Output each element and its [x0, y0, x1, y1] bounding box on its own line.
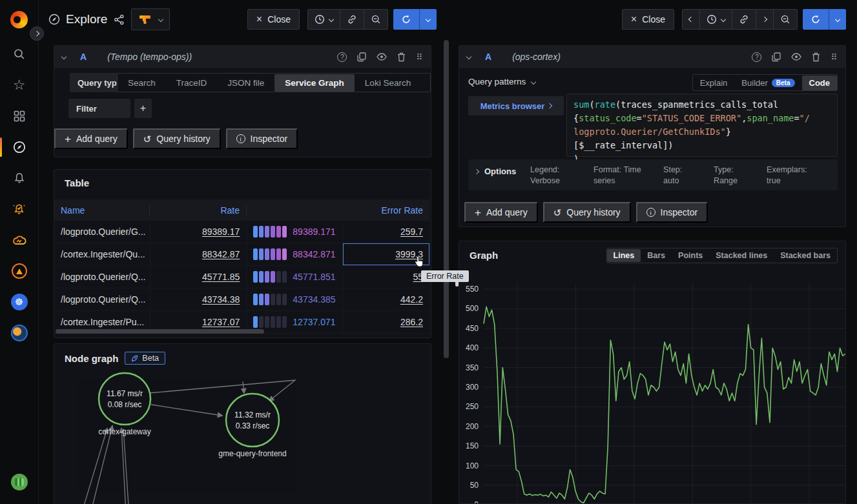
column-tooltip: Error Rate [421, 270, 469, 282]
help-icon[interactable]: ? [752, 52, 761, 62]
svg-text:0.08 r/sec: 0.08 r/sec [108, 400, 142, 409]
add-query-button[interactable]: +Add query [464, 202, 538, 223]
history-icon: ↺ [143, 134, 152, 144]
y-axis-tick: 200 [466, 422, 479, 431]
pane-divider-scrollbar[interactable] [444, 40, 449, 358]
query-history-button[interactable]: ↺Query history [543, 202, 631, 223]
remove-query-trash-icon[interactable] [397, 52, 406, 62]
query-row-header[interactable]: A (ops-cortex) ? ⠿ [459, 46, 845, 68]
cell-rate-link[interactable]: 43734.38 [202, 294, 240, 305]
filter-field[interactable]: Filter [68, 99, 130, 118]
collapse-query-icon[interactable] [61, 54, 67, 59]
y-axis-tick: 350 [466, 363, 479, 372]
split-zoom-out-button[interactable] [773, 10, 797, 29]
table-header-error-rate[interactable]: Error Rate [342, 205, 429, 216]
cell-rate-link[interactable]: 12737.07 [202, 317, 240, 327]
sidebar-item-alerting[interactable] [0, 163, 39, 194]
split-zoom-out-button[interactable] [364, 10, 387, 29]
toolbar-right-pane: ×Close [446, 0, 857, 39]
remove-query-trash-icon[interactable] [812, 52, 820, 62]
cell-error-rate-link[interactable]: 442.2 [400, 294, 423, 305]
hide-response-eye-icon[interactable] [377, 53, 387, 61]
query-type-tab-json-file[interactable]: JSON file [217, 74, 274, 92]
time-picker-button[interactable] [699, 10, 732, 29]
cell-error-rate-link[interactable]: 259.7 [400, 227, 423, 237]
close-right-pane-button[interactable]: ×Close [622, 9, 674, 30]
close-left-pane-button[interactable]: ×Close [247, 9, 300, 30]
run-query-button[interactable] [393, 9, 437, 30]
query-type-tab-search[interactable]: Search [118, 74, 166, 92]
query-type-tab-traceid[interactable]: TraceID [166, 74, 218, 92]
query-type-tab-loki-search[interactable]: Loki Search [355, 74, 421, 92]
options-toggle[interactable]: Options [475, 165, 516, 176]
share-icon[interactable] [114, 14, 125, 25]
cell-error-rate: 286.2 [343, 311, 430, 334]
metrics-browser-button[interactable]: Metrics browser [468, 96, 564, 116]
collapse-query-icon[interactable] [466, 54, 471, 59]
hide-response-eye-icon[interactable] [791, 53, 801, 61]
sidebar-item-synthetic-monitoring[interactable] [0, 318, 39, 348]
sidebar-item-profiles[interactable] [0, 467, 39, 498]
copy-link-button[interactable] [732, 10, 756, 29]
cell-rate: 88342.87 [150, 243, 247, 266]
promql-code-editor[interactable]: sum(rate(traces_spanmetrics_calls_total{… [566, 94, 838, 157]
cell-rate-link[interactable]: 89389.17 [202, 227, 240, 237]
editor-mode-code[interactable]: Code [802, 76, 838, 90]
cell-rate-link[interactable]: 45771.85 [202, 272, 240, 282]
editor-mode-builder[interactable]: BuilderBeta [734, 76, 801, 90]
copy-link-button[interactable] [340, 10, 364, 29]
inspector-button[interactable]: iInspector [226, 128, 298, 149]
inspector-button[interactable]: iInspector [636, 202, 708, 223]
sidebar-item-machine-learning[interactable] [0, 225, 39, 256]
table-header-rate[interactable]: Rate [150, 205, 247, 216]
copy-query-icon[interactable] [357, 52, 366, 62]
query-editor-right: A (ops-cortex) ? ⠿ Query patterns Explai… [459, 45, 846, 227]
node-gme-query-frontend[interactable]: 11.32 ms/r 0.33 r/sec gme-query-frontend [218, 394, 286, 458]
cell-rate-link[interactable]: 88342.87 [202, 249, 240, 259]
run-query-interval-dropdown[interactable] [419, 9, 437, 30]
run-query-button-right[interactable] [803, 9, 846, 30]
node-graph-canvas[interactable]: 11.67 ms/r 0.08 r/sec cortex-gateway 11.… [54, 344, 431, 504]
sidebar-item-alert-rules-app[interactable] [0, 194, 39, 225]
query-history-button[interactable]: ↺Query history [133, 128, 221, 149]
chevron-down-icon [721, 17, 726, 22]
table-panel: Table NameRateError Rate /logproto.Queri… [54, 169, 431, 338]
run-query-interval-dropdown[interactable] [829, 9, 846, 30]
sidebar-expand-button[interactable] [30, 26, 44, 41]
sidebar-item-explore[interactable] [0, 132, 39, 163]
time-picker-button[interactable] [308, 10, 340, 29]
graph-panel: Graph LinesBarsPointsStacked linesStacke… [459, 241, 846, 504]
table-horizontal-scrollbar[interactable] [56, 329, 264, 334]
time-series-chart[interactable]: 550500450400350300250200150100500 [459, 241, 846, 504]
drag-handle-icon[interactable]: ⠿ [416, 52, 423, 62]
sidebar-item-oncall[interactable] [0, 256, 39, 287]
help-icon[interactable]: ? [337, 52, 347, 62]
chevron-right-icon [474, 168, 479, 174]
refresh-icon [803, 9, 829, 30]
shift-time-forward-button[interactable] [756, 10, 773, 29]
query-patterns-dropdown[interactable]: Query patterns [468, 77, 535, 86]
sidebar-item-kubernetes[interactable]: ☸ [0, 287, 39, 318]
copy-query-icon[interactable] [772, 52, 781, 62]
datasource-picker[interactable] [131, 8, 170, 30]
query-type-tab-service-graph[interactable]: Service Graph [274, 74, 355, 92]
profiles-icon [11, 474, 28, 490]
sidebar-item-starred[interactable]: ☆ [0, 70, 39, 101]
beta-badge: Beta [772, 79, 795, 87]
add-query-button[interactable]: +Add query [54, 128, 128, 149]
y-axis-tick: 50 [470, 481, 479, 490]
shift-time-backward-button[interactable] [683, 10, 699, 29]
sidebar-item-dashboards[interactable] [0, 101, 39, 132]
node-cortex-gateway[interactable]: 11.67 ms/r 0.08 r/sec cortex-gateway [98, 373, 150, 436]
table-header-name[interactable]: Name [54, 205, 150, 216]
editor-mode-explain[interactable]: Explain [693, 76, 735, 90]
zoom-out-icon [780, 14, 790, 25]
query-row-header[interactable]: A (Tempo (tempo-ops)) ? ⠿ [54, 46, 431, 68]
y-axis-tick: 400 [466, 343, 479, 352]
cell-error-rate-link[interactable]: 286.2 [400, 317, 423, 327]
drag-handle-icon[interactable]: ⠿ [831, 52, 838, 62]
y-axis-tick: 500 [466, 304, 479, 313]
node-label: cortex-gateway [98, 427, 150, 436]
add-filter-button[interactable]: + [134, 99, 152, 118]
sidebar-item-search[interactable] [0, 39, 39, 70]
